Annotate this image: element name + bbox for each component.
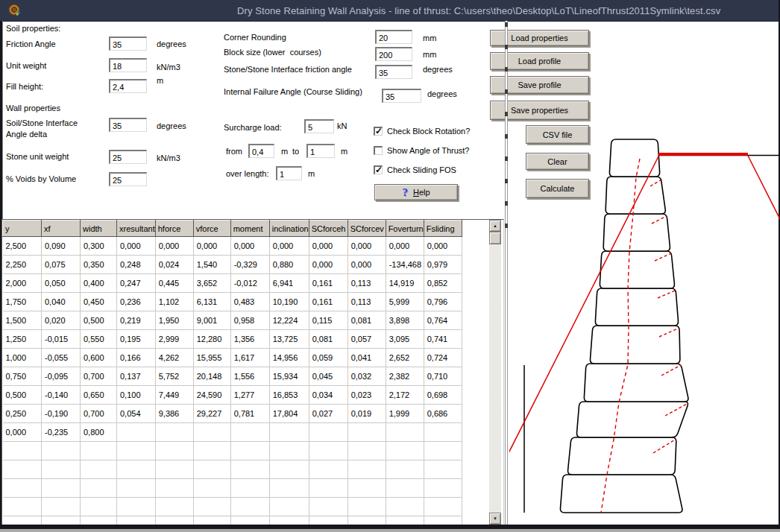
- stone-interface-label: Stone/Stone Interface friction angle: [224, 65, 352, 75]
- table-cell: 0,000: [193, 237, 230, 256]
- stone-unit-weight-input[interactable]: [109, 150, 147, 164]
- table-cell: [42, 442, 81, 460]
- table-cell: 0,500: [81, 311, 117, 330]
- unit-weight-input[interactable]: [109, 58, 147, 72]
- scrollbar-up-button[interactable]: ▲: [489, 220, 501, 232]
- table-cell: 0,057: [347, 330, 386, 349]
- surcharge-to-input[interactable]: [306, 144, 335, 158]
- help-question-icon: ?: [402, 186, 408, 199]
- table-cell: 0,500: [3, 386, 42, 405]
- table-header-cell: vforce: [193, 221, 230, 237]
- table-cell: 0,880: [269, 256, 309, 274]
- table-cell: [309, 479, 347, 498]
- table-cell: [81, 442, 117, 460]
- scrollbar-thumb[interactable]: [489, 232, 501, 244]
- table-cell: 0,000: [230, 237, 269, 256]
- wall-course: [590, 326, 679, 364]
- stone-interface-unit: degrees: [423, 65, 453, 75]
- table-cell: [269, 423, 309, 442]
- table-cell: [269, 498, 309, 516]
- table-cell: -0,235: [42, 423, 81, 442]
- table-row: 0,000-0,2350,800: [3, 423, 462, 442]
- table-cell: 0,650: [81, 386, 117, 405]
- interface-delta-input[interactable]: [109, 118, 147, 132]
- table-cell: 0,081: [309, 330, 347, 349]
- surcharge-from-input[interactable]: [248, 144, 274, 158]
- stone-interface-input[interactable]: [375, 65, 412, 79]
- surcharge-input[interactable]: [304, 119, 334, 133]
- wall-course: [568, 437, 676, 475]
- table-empty-row: [3, 460, 462, 479]
- over-length-input[interactable]: [276, 166, 302, 180]
- title-bar: Dry Stone Retaining Wall Analysis - line…: [0, 0, 780, 22]
- check-block-rotation-checkbox[interactable]: [374, 127, 383, 136]
- table-cell: 0,000: [309, 237, 347, 256]
- show-angle-thrust-checkbox[interactable]: [374, 146, 383, 155]
- table-cell: 15,955: [193, 349, 230, 367]
- table-cell: 3,095: [386, 330, 424, 349]
- table-cell: [347, 498, 386, 516]
- table-cell: 0,852: [424, 274, 462, 293]
- wall-course: [560, 475, 682, 513]
- friction-angle-label: Friction Angle: [6, 39, 56, 49]
- scrollbar-down-button[interactable]: ▼: [489, 513, 501, 525]
- help-button[interactable]: ? Help: [374, 184, 458, 200]
- fill-height-input[interactable]: [109, 79, 147, 93]
- table-cell: [309, 498, 347, 516]
- table-cell: 6,131: [193, 293, 230, 311]
- block-size-label: Block size (lower courses): [224, 48, 321, 57]
- table-cell: [230, 460, 269, 479]
- table-header-cell: SCforcev: [347, 221, 386, 237]
- table-cell: [42, 460, 81, 479]
- table-cell: 0,050: [42, 274, 81, 293]
- table-cell: 0,550: [81, 330, 117, 349]
- surcharge-to-label: to: [292, 147, 299, 156]
- interface-delta-label-line2: Angle delta: [6, 130, 47, 139]
- friction-angle-input[interactable]: [109, 37, 147, 51]
- table-cell: 9,386: [155, 405, 193, 423]
- table-cell: [3, 460, 42, 479]
- over-length-unit: m: [308, 169, 315, 179]
- table-cell: 1,617: [230, 349, 269, 367]
- surcharge-from-unit: m: [281, 147, 288, 156]
- table-empty-row: [3, 498, 462, 516]
- internal-failure-unit: degrees: [427, 89, 457, 99]
- table-cell: [347, 460, 386, 479]
- table-cell: [81, 460, 117, 479]
- table-row: 2,0000,0500,4000,2470,4453,652-0,0126,94…: [3, 274, 462, 293]
- table-header-cell: Fsliding: [424, 221, 462, 237]
- wall-course: [576, 402, 688, 437]
- wall-course: [609, 139, 659, 177]
- table-cell: [230, 442, 269, 460]
- app-icon[interactable]: [7, 3, 22, 17]
- check-sliding-fos-checkbox[interactable]: [374, 165, 383, 174]
- table-cell: -0,329: [230, 256, 269, 274]
- table-cell: 1,556: [230, 367, 269, 386]
- table-cell: 2,172: [386, 386, 424, 405]
- table-cell: 1,250: [3, 330, 42, 349]
- stone-unit-weight-unit: kN/m3: [157, 153, 180, 163]
- table-cell: 0,019: [347, 405, 386, 423]
- block-size-input[interactable]: [375, 47, 412, 61]
- table-cell: [117, 498, 156, 516]
- table-cell: [117, 423, 156, 442]
- internal-failure-input[interactable]: [382, 89, 421, 103]
- table-cell: 0,450: [81, 293, 117, 311]
- table-cell: [81, 479, 117, 498]
- voids-input[interactable]: [109, 172, 147, 186]
- table-cell: 0,700: [81, 367, 117, 386]
- table-cell: 0,137: [117, 367, 156, 386]
- corner-rounding-input[interactable]: [375, 30, 412, 44]
- table-cell: 24,590: [193, 386, 230, 405]
- table-cell: 0,741: [424, 330, 462, 349]
- table-cell: 0,350: [81, 256, 117, 274]
- table-cell: 9,001: [193, 311, 230, 330]
- table-cell: 1,102: [155, 293, 193, 311]
- table-cell: [193, 498, 230, 516]
- table-cell: 0,483: [230, 293, 269, 311]
- grid-vertical-scrollbar[interactable]: ▲ ▼: [489, 220, 501, 525]
- table-cell: -0,140: [42, 386, 81, 405]
- table-cell: 0,219: [117, 311, 156, 330]
- table-cell: 0,000: [386, 237, 424, 256]
- wall-drawing: [509, 21, 780, 525]
